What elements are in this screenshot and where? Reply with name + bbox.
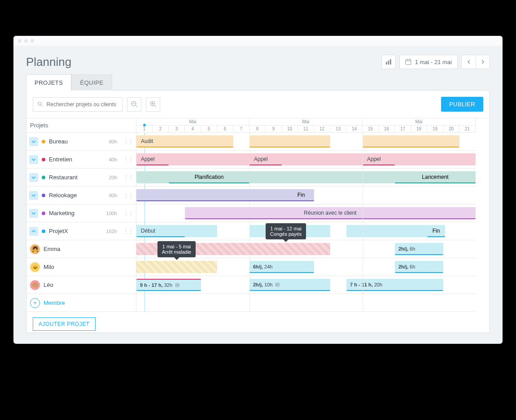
day-header: 7 [233, 126, 249, 133]
row-label: Relookage80h⋮⋮ [26, 186, 136, 204]
timeline-bar[interactable]: Appel [136, 153, 169, 165]
collapse-caret[interactable] [29, 227, 38, 236]
planning-grid: Projets Mai Mai Mai 12345678910111213141… [26, 118, 490, 312]
zoom-in-button[interactable] [146, 97, 160, 112]
publish-button[interactable]: PUBLIER [441, 97, 483, 112]
sick-leave-block[interactable] [136, 261, 217, 273]
month-label-2: Mai [249, 118, 363, 126]
allocation-block[interactable]: 2h/j,6h [395, 261, 443, 273]
project-color-dot [42, 194, 45, 197]
add-member-link[interactable]: Membre [44, 299, 65, 306]
timeline-track[interactable]: 9 h - 17 h,32h▤2h/j,10h▤7 h - 11 h,20h [136, 276, 476, 294]
drag-handle[interactable]: ⋮⋮ [123, 192, 133, 199]
milestone[interactable]: Fin [290, 189, 312, 201]
allocation-block[interactable]: 6h/j,24h [249, 261, 314, 273]
avatar: 🐱 [30, 262, 40, 272]
milestone[interactable]: Début [136, 225, 185, 237]
tab-projects[interactable]: PROJETS [26, 74, 71, 91]
svg-line-10 [136, 105, 137, 107]
timeline-track[interactable]: Réunion avec le client [136, 204, 476, 222]
add-project-button[interactable]: AJOUTER PROJET [33, 317, 96, 331]
expand-caret[interactable] [29, 155, 38, 164]
add-member-icon[interactable]: + [30, 298, 40, 308]
day-header: 20 [443, 126, 459, 133]
day-header: 1 [136, 126, 153, 133]
timeline-bar[interactable] [249, 135, 330, 147]
tooltip: 1 mai - 5 maiArrêt maladie [157, 241, 196, 257]
svg-line-8 [41, 105, 43, 107]
svg-line-13 [154, 105, 156, 107]
timeline-bar[interactable] [363, 135, 459, 147]
drag-handle[interactable]: ⋮⋮ [123, 174, 133, 181]
day-header: 3 [169, 126, 185, 133]
row-label: 👧Emma [26, 240, 136, 258]
project-name: Marketing [49, 210, 74, 216]
member-name: Milo [44, 264, 54, 270]
timeline-bar[interactable] [136, 153, 476, 165]
day-header: 6 [217, 126, 233, 133]
expand-caret[interactable] [29, 191, 38, 200]
calendar-icon [405, 59, 411, 65]
note-icon: ▤ [175, 282, 179, 288]
svg-rect-0 [386, 62, 387, 65]
milestone[interactable]: Planification [169, 171, 249, 183]
timeline-bar[interactable]: Audit [136, 135, 233, 147]
timeline-bar[interactable]: Réunion avec le client [185, 207, 476, 219]
row-label: +Membre [26, 294, 136, 312]
date-range-picker[interactable]: 1 mai - 21 mai [399, 55, 458, 69]
stats-icon-button[interactable] [381, 55, 396, 69]
svg-point-7 [38, 102, 41, 105]
row-label: Bureau80h⋮⋮ [26, 133, 136, 151]
timeline-bar[interactable]: Appel [249, 153, 282, 165]
day-header: 10 [282, 126, 298, 133]
traffic-light-max[interactable] [31, 39, 34, 43]
svg-rect-2 [390, 59, 391, 65]
timeline-track[interactable] [136, 294, 476, 312]
day-header: 18 [411, 126, 427, 133]
traffic-light-close[interactable] [18, 39, 22, 43]
timeline-bar[interactable]: Appel [363, 153, 395, 165]
next-period-button[interactable] [476, 55, 490, 69]
expand-caret[interactable] [29, 137, 38, 146]
month-label-3: Mai [363, 118, 476, 126]
traffic-light-min[interactable] [24, 39, 28, 43]
tab-team[interactable]: ÉQUIPE [71, 74, 112, 91]
tooltip: 1 mai - 12 maiCongés payés [266, 223, 306, 239]
timeline-track[interactable]: 6h/j,24h2h/j,6h1 mai - 5 maiArrêt maladi… [136, 258, 476, 276]
zoom-out-button[interactable] [127, 97, 141, 112]
day-header: 8 [249, 126, 266, 133]
expand-caret[interactable] [29, 173, 38, 182]
project-color-dot [42, 140, 45, 143]
milestone[interactable]: Fin [427, 225, 445, 237]
project-color-dot [42, 229, 45, 233]
drag-handle[interactable]: ⋮⋮ [123, 139, 133, 145]
project-name: Relookage [49, 192, 77, 199]
search-input-wrapper[interactable] [33, 97, 122, 112]
allocation-block[interactable]: 2h/j,6h [395, 243, 443, 255]
day-header: 4 [185, 126, 201, 133]
window-titlebar [13, 36, 503, 46]
milestone[interactable]: Lancement [395, 171, 476, 183]
timeline-track[interactable]: Audit [136, 133, 476, 151]
timeline-track[interactable]: AppelAppelAppel [136, 151, 476, 169]
day-header: 17 [395, 126, 411, 133]
timeline-track[interactable]: Fin [136, 186, 476, 204]
drag-handle[interactable]: ⋮⋮ [123, 210, 133, 216]
drag-handle[interactable]: ⋮⋮ [123, 156, 133, 163]
day-header: 13 [330, 126, 346, 133]
prev-period-button[interactable] [461, 55, 476, 69]
day-header: 19 [427, 126, 443, 133]
row-label: ProjetX162h⋮⋮ [26, 222, 136, 240]
project-hours: 100h [106, 211, 117, 216]
expand-caret[interactable] [29, 209, 38, 218]
day-header: 12 [314, 126, 330, 133]
allocation-block[interactable]: 9 h - 17 h,32h▤ [136, 279, 201, 291]
allocation-block[interactable]: 7 h - 11 h,20h [346, 279, 443, 291]
project-name: Restaurant [49, 174, 78, 181]
search-input[interactable] [47, 101, 118, 108]
drag-handle[interactable]: ⋮⋮ [123, 228, 133, 234]
timeline-track[interactable]: PlanificationLancement [136, 169, 476, 186]
allocation-block[interactable]: 2h/j,10h▤ [249, 279, 330, 291]
projects-column-header: Projets [26, 118, 136, 133]
day-header: 15 [363, 126, 379, 133]
